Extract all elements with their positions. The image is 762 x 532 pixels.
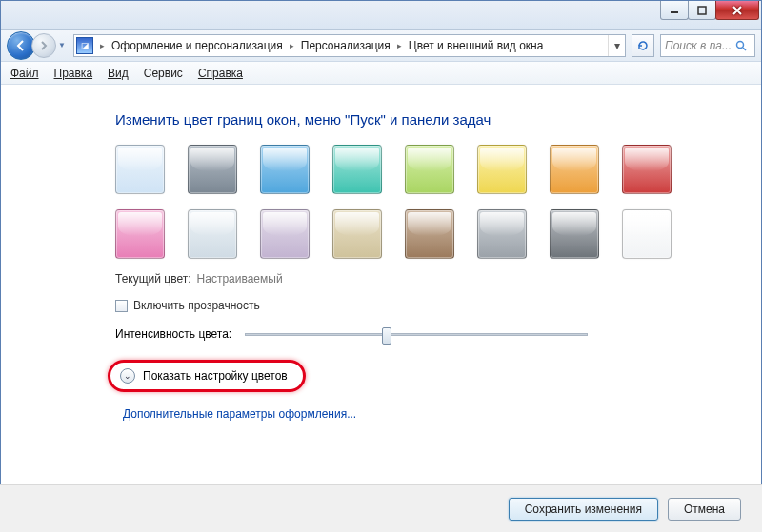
intensity-slider[interactable] bbox=[245, 333, 588, 336]
chevron-right-icon[interactable]: ▸ bbox=[287, 41, 297, 50]
minimize-button[interactable] bbox=[660, 1, 689, 20]
save-button[interactable]: Сохранить изменения bbox=[509, 498, 658, 521]
color-swatch-graphite[interactable] bbox=[188, 145, 237, 194]
current-color-value: Настраиваемый bbox=[197, 272, 283, 286]
svg-rect-1 bbox=[698, 7, 706, 14]
slider-thumb[interactable] bbox=[382, 327, 391, 345]
svg-point-2 bbox=[737, 41, 744, 48]
menu-edit[interactable]: Правка bbox=[54, 67, 93, 80]
color-swatch-frost[interactable] bbox=[188, 209, 237, 259]
breadcrumb-item[interactable]: Оформление и персонализация bbox=[108, 35, 287, 56]
control-panel-icon: ◪ bbox=[76, 37, 93, 54]
nav-history-dropdown[interactable]: ▼ bbox=[56, 41, 68, 49]
breadcrumb-item[interactable]: Персонализация bbox=[297, 35, 394, 56]
color-swatch-pink[interactable] bbox=[115, 209, 165, 259]
transparency-checkbox[interactable] bbox=[115, 300, 128, 312]
menu-help[interactable]: Справка bbox=[198, 67, 243, 80]
svg-line-3 bbox=[743, 48, 746, 50]
intensity-row: Интенсивность цвета: bbox=[115, 327, 713, 341]
page-title: Изменить цвет границ окон, меню "Пуск" и… bbox=[115, 111, 713, 128]
color-swatch-charcoal[interactable] bbox=[550, 209, 599, 259]
chevron-down-icon[interactable]: ⌄ bbox=[120, 368, 135, 384]
refresh-button[interactable] bbox=[632, 34, 654, 57]
cancel-button[interactable]: Отмена bbox=[668, 498, 741, 521]
search-placeholder: Поиск в па... bbox=[665, 39, 732, 52]
content-area: Изменить цвет границ окон, меню "Пуск" и… bbox=[1, 85, 761, 430]
color-swatch-chocolate[interactable] bbox=[405, 209, 454, 259]
nav-forward-button[interactable] bbox=[31, 33, 56, 58]
color-swatch-white[interactable] bbox=[622, 209, 672, 259]
menu-bar: Файл Правка Вид Сервис Справка bbox=[1, 62, 761, 85]
advanced-appearance-link[interactable]: Дополнительные параметры оформления... bbox=[123, 407, 713, 421]
maximize-button[interactable] bbox=[688, 1, 716, 20]
menu-file[interactable]: Файл bbox=[10, 67, 39, 80]
color-swatch-sky[interactable] bbox=[115, 145, 165, 194]
color-swatch-orange[interactable] bbox=[550, 145, 599, 194]
breadcrumb-bar[interactable]: ◪ ▸ Оформление и персонализация ▸ Персон… bbox=[73, 34, 626, 57]
color-swatch-yellow[interactable] bbox=[477, 145, 527, 194]
breadcrumb-dropdown[interactable]: ▾ bbox=[608, 35, 625, 56]
color-swatch-sand[interactable] bbox=[332, 209, 382, 259]
dialog-footer: Сохранить изменения Отмена bbox=[0, 484, 762, 532]
breadcrumb-item[interactable]: Цвет и внешний вид окна bbox=[405, 35, 548, 56]
intensity-label: Интенсивность цвета: bbox=[115, 327, 231, 341]
transparency-label: Включить прозрачность bbox=[133, 299, 260, 312]
address-bar: ▼ ◪ ▸ Оформление и персонализация ▸ Перс… bbox=[1, 30, 761, 62]
current-color-label: Текущий цвет: bbox=[115, 272, 191, 286]
search-input[interactable]: Поиск в па... bbox=[660, 34, 755, 57]
chevron-right-icon[interactable]: ▸ bbox=[97, 41, 108, 50]
color-swatch-lavender[interactable] bbox=[260, 209, 310, 259]
current-color-row: Текущий цвет: Настраиваемый bbox=[115, 272, 713, 286]
transparency-row: Включить прозрачность bbox=[115, 299, 713, 312]
color-swatch-lime[interactable] bbox=[405, 145, 454, 194]
color-swatch-teal[interactable] bbox=[332, 145, 382, 194]
menu-tools[interactable]: Сервис bbox=[144, 67, 183, 80]
color-swatch-slate[interactable] bbox=[477, 209, 527, 259]
window-frame: ▼ ◪ ▸ Оформление и персонализация ▸ Перс… bbox=[0, 0, 762, 532]
search-icon bbox=[735, 40, 747, 51]
chevron-right-icon[interactable]: ▸ bbox=[394, 41, 405, 50]
titlebar bbox=[1, 1, 761, 30]
color-swatch-red[interactable] bbox=[622, 145, 672, 194]
color-swatch-blue[interactable] bbox=[260, 145, 310, 194]
show-color-mixer-button[interactable]: Показать настройку цветов bbox=[143, 369, 288, 383]
menu-view[interactable]: Вид bbox=[108, 67, 129, 80]
close-button[interactable] bbox=[715, 1, 759, 20]
show-color-mixer-highlight: ⌄ Показать настройку цветов bbox=[108, 360, 306, 392]
color-swatch-grid bbox=[115, 145, 706, 259]
